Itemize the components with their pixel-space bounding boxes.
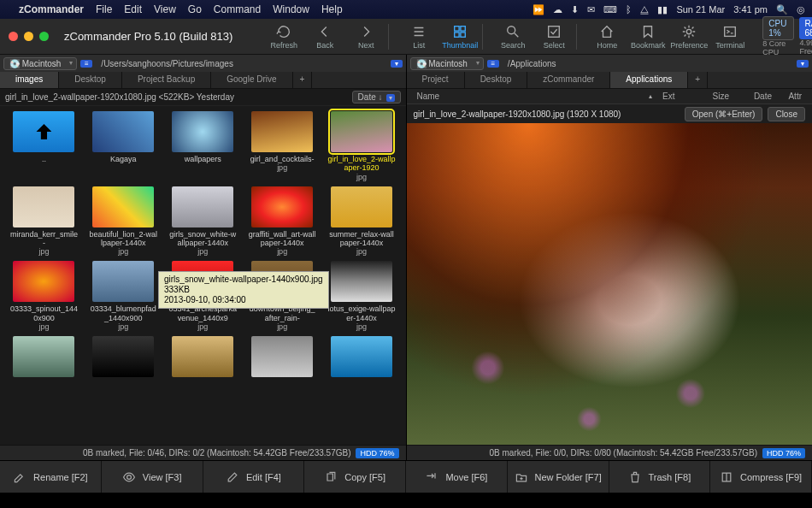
toolbar-next[interactable]: Next <box>347 24 385 50</box>
fn-newfolder-button[interactable]: New Folder [F7] <box>508 461 609 493</box>
fn-trash-button[interactable]: Trash [F8] <box>609 461 711 493</box>
toolbar-preference[interactable]: Preference <box>670 24 708 50</box>
col-size[interactable]: Size <box>691 92 734 101</box>
fn-view-button[interactable]: View [F3] <box>102 461 203 493</box>
menu-view[interactable]: View <box>154 3 176 15</box>
thumbnail-cell[interactable]: Kagaya <box>86 111 161 181</box>
next-icon <box>358 24 374 39</box>
menubar-time[interactable]: 3:41 pm <box>733 4 768 15</box>
menu-command[interactable]: Command <box>214 3 261 15</box>
menubar-siri-icon[interactable]: ◎ <box>797 4 805 15</box>
right-path[interactable]: /Applications <box>503 59 797 68</box>
preview-open-button[interactable]: Open (⌘+Enter) <box>685 107 763 121</box>
right-hdd-badge: HDD 76% <box>762 448 805 458</box>
right-tab[interactable]: Project <box>407 72 465 88</box>
col-name[interactable]: Name <box>412 92 644 101</box>
thumbnail-label: 03333_spinout_1440x900 <box>9 304 78 322</box>
left-tab-add[interactable]: + <box>293 72 313 88</box>
svg-point-4 <box>508 26 515 33</box>
menu-help[interactable]: Help <box>321 3 343 15</box>
right-path-menu[interactable]: ▾ <box>797 60 809 68</box>
right-column-header[interactable]: Name ▴ Ext Size Date Attr <box>407 89 813 104</box>
menubar-extra-icon[interactable]: ᛒ <box>626 4 632 15</box>
menu-window[interactable]: Window <box>273 3 309 15</box>
thumbnail-cell[interactable] <box>7 336 81 377</box>
fn-label: View [F3] <box>143 472 182 482</box>
thumbnail-cell[interactable] <box>245 336 320 377</box>
thumbnail-cell[interactable]: girl_and_cocktails-jpg <box>245 111 320 181</box>
toolbar-bookmark[interactable]: Bookmark <box>629 24 667 50</box>
toolbar-back[interactable]: Back <box>306 24 344 50</box>
left-tab[interactable]: Project Backup <box>122 72 211 88</box>
menubar-extra-icon[interactable]: ☁ <box>553 4 562 15</box>
thumbnail-label: 03334_blumenpfad_1440x900 <box>89 304 157 322</box>
menubar-date[interactable]: Sun 21 Mar <box>676 4 725 15</box>
menubar-extra-icon[interactable]: ⬇ <box>571 4 579 15</box>
left-path[interactable]: /Users/sanghoons/Pictures/images <box>96 59 390 68</box>
toolbar-select[interactable]: Select <box>535 24 573 50</box>
right-drive-select[interactable]: 💽 Macintosh <box>410 57 484 70</box>
thumbnail-cell[interactable]: 03333_spinout_1440x900jpg <box>7 261 81 331</box>
window-close[interactable] <box>9 32 18 41</box>
left-path-menu[interactable]: ▾ <box>391 60 403 68</box>
thumbnail-cell[interactable] <box>86 336 161 377</box>
toolbar-search[interactable]: Search <box>494 24 532 50</box>
left-sort-button[interactable]: Date ↓▾ <box>352 91 401 103</box>
left-tab[interactable]: Desktop <box>59 72 122 88</box>
thumbnail-image <box>331 336 392 377</box>
right-tab[interactable]: Applications <box>610 72 688 88</box>
col-ext[interactable]: Ext <box>657 92 691 101</box>
left-tab[interactable]: images <box>0 72 59 88</box>
thumbnail-cell[interactable] <box>325 336 399 377</box>
col-attr[interactable]: Attr <box>777 92 807 101</box>
right-tab[interactable]: Desktop <box>465 72 528 88</box>
menubar-extra-icon[interactable]: ⌨ <box>603 4 617 15</box>
toolbar-list[interactable]: List <box>400 24 438 50</box>
left-drive-select[interactable]: 💽 Macintosh <box>3 57 77 70</box>
left-drive-menu[interactable]: ≡ <box>80 60 92 68</box>
menubar-wifi-icon[interactable]: ⧋ <box>640 4 649 15</box>
fn-move-button[interactable]: Move [F6] <box>406 461 508 493</box>
menubar-search-icon[interactable]: 🔍 <box>776 4 788 15</box>
thumbnail-cell[interactable] <box>166 336 240 377</box>
fn-rename-button[interactable]: Rename [F2] <box>0 461 102 493</box>
app-menu[interactable]: zCommander <box>19 3 84 15</box>
image-preview[interactable] <box>407 123 813 445</box>
fn-compress-button[interactable]: Compress [F9] <box>710 461 812 493</box>
fn-edit-button[interactable]: Edit [F4] <box>203 461 305 493</box>
thumbnail-cell[interactable]: .. <box>7 111 81 181</box>
right-drive-menu[interactable]: ≡ <box>487 60 499 68</box>
toolbar-terminal[interactable]: Terminal <box>711 24 749 50</box>
thumbnail-cell[interactable]: summer_relax-wallpaper-1440xjpg <box>325 186 399 257</box>
left-tab[interactable]: Google Drive <box>211 72 292 88</box>
menubar-battery-icon[interactable]: ▮▮ <box>657 4 668 15</box>
thumbnail-cell[interactable]: lotus_exige-wallpaper-1440xjpg <box>325 261 399 331</box>
thumbnail-grid[interactable]: girls_snow_white-wallpaper-1440x900.jpg … <box>0 106 406 445</box>
thumbnail-cell[interactable]: girls_snow_white-wallpaper-1440xjpg <box>166 186 240 257</box>
menu-edit[interactable]: Edit <box>124 3 142 15</box>
fn-label: Compress [F9] <box>740 472 802 482</box>
menubar-extra-icon[interactable]: ✉ <box>587 4 595 15</box>
toolbar-thumbnail[interactable]: Thumbnail <box>441 24 479 50</box>
select-icon <box>546 24 562 39</box>
left-selection-info: girl_in_love_2-wallpaper-1920x1080.jpg <… <box>0 89 406 106</box>
fn-copy-button[interactable]: Copy [F5] <box>304 461 406 493</box>
right-tab-add[interactable]: + <box>688 72 708 88</box>
menu-file[interactable]: File <box>96 3 112 15</box>
thumbnail-cell[interactable]: 03334_blumenpfad_1440x900jpg <box>86 261 161 331</box>
toolbar-refresh[interactable]: Refresh <box>265 24 303 50</box>
thumbnail-label: lotus_exige-wallpaper-1440x <box>327 304 396 322</box>
thumbnail-cell[interactable]: wallpapers <box>166 111 240 181</box>
thumbnail-cell[interactable]: girl_in_love_2-wallpaper-1920jpg <box>325 111 399 181</box>
window-zoom[interactable] <box>39 32 49 41</box>
thumbnail-cell[interactable]: beautiful_lion_2-wallpaper-1440xjpg <box>86 186 161 257</box>
col-date[interactable]: Date <box>734 92 777 101</box>
thumbnail-cell[interactable]: graffiti_wall_art-wallpaper-1440xjpg <box>245 186 320 257</box>
preview-close-button[interactable]: Close <box>768 107 805 121</box>
toolbar-home[interactable]: Home <box>588 24 626 50</box>
thumbnail-cell[interactable]: miranda_kerr_smile-jpg <box>7 186 81 257</box>
right-tab[interactable]: zCommander <box>527 72 610 88</box>
window-minimize[interactable] <box>24 32 33 41</box>
menubar-extra-icon[interactable]: ⏩ <box>533 4 544 15</box>
menu-go[interactable]: Go <box>188 3 202 15</box>
